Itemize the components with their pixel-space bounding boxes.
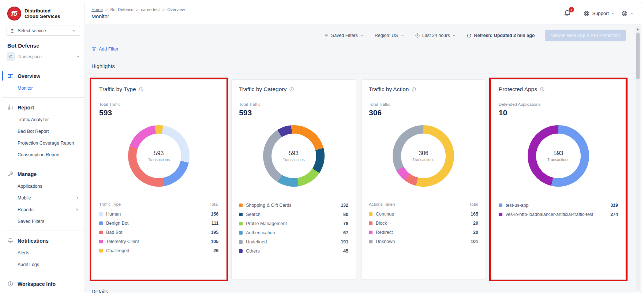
bell-icon [7,238,14,244]
sidebar-item-monitor[interactable]: Monitor [2,82,85,94]
sidebar-item-saved-filters[interactable]: Saved Filters [2,216,85,227]
legend-swatch [99,221,103,225]
donut-center-value: 593 [154,150,164,157]
legend-label: Undefined [246,239,337,244]
sidebar-item-bad-bot-report[interactable]: Bad Bot Report [2,126,85,137]
card-stat: Defended Applications 10 [499,102,618,117]
legend-value: 195 [211,230,218,235]
legend-item[interactable]: Unknown101 [369,237,478,246]
breadcrumb-item[interactable]: carrie-test [141,7,160,12]
sidebar-item-traffic-analyzer[interactable]: Traffic Analyzer [2,114,85,126]
sidebar-item-audit-logs[interactable]: Audit Logs [2,259,85,270]
legend-item[interactable]: ves-io-http-loadbalancer-artificial-traf… [499,210,618,219]
region-dropdown[interactable]: Region: US [375,33,405,38]
chart-legend: test-us-app319ves-io-http-loadbalancer-a… [499,201,618,219]
legend-value: 111 [211,221,218,226]
notification-badge: 1 [569,7,574,12]
legend-item[interactable]: Block20 [369,219,478,228]
vertical-scrollbar[interactable] [636,26,640,291]
highlights-section-header: Highlights [85,58,642,74]
legend-item[interactable]: Profile Management78 [239,219,348,228]
card-title: Traffic by Action [369,86,478,93]
scrollbar-thumb[interactable] [636,33,640,79]
chart-legend: Shopping & Gift Cards132Search80Profile … [239,201,348,255]
donut-chart[interactable]: 593 Transactions [263,125,325,187]
sidebar-item-alerts[interactable]: Alerts [2,247,85,259]
sidebar-item-notifications[interactable]: Notifications [2,234,85,247]
saved-filters-dropdown[interactable]: Saved Filters [324,33,364,38]
card-traffic-by-action: Traffic by Action Total Traffic 306 306 … [361,79,486,279]
sidebar-item-report[interactable]: Report [2,101,85,114]
legend-swatch [369,231,372,234]
notifications-bell-button[interactable]: 1 [564,10,571,17]
legend-item[interactable]: Human156 [99,209,218,219]
legend-item[interactable]: test-us-app319 [499,201,618,210]
refresh-button[interactable]: Refresh: Updated 2 min ago [467,33,535,38]
legend-swatch [369,212,372,216]
sidebar-item-about[interactable]: About [2,290,85,293]
brand-logo: f5 Distributed Cloud Services [2,6,85,23]
legend-swatch [239,213,243,216]
add-filter-button[interactable]: Add Filter [91,46,119,52]
account-menu[interactable] [621,10,634,17]
sidebar-item-overview[interactable]: Overview [2,70,85,82]
donut-chart[interactable]: 593 Transactions [128,125,190,187]
info-icon[interactable] [289,87,294,92]
legend-item[interactable]: Shopping & Gift Cards132 [239,201,348,210]
legend-item[interactable]: Benign Bot111 [99,219,218,228]
donut-center: 593 Transactions [536,134,581,178]
highlights-label: Highlights [91,63,115,69]
legend-swatch [369,221,372,225]
sidebar-item-consumption-report[interactable]: Consumption Report [2,149,85,161]
view-in-waap-button[interactable]: View in Web App & API Protection [545,30,626,41]
info-icon[interactable] [411,87,416,92]
donut-chart[interactable]: 306 Transactions [393,125,454,187]
sidebar: f5 Distributed Cloud Services Select ser… [2,2,85,293]
legend-label: Search [246,212,340,217]
sidebar-item-workspace-info[interactable]: Workspace Info [2,277,85,290]
highlights-cards: Traffic by Type Total Traffic 593 593 Tr… [85,74,642,284]
sidebar-item-manage[interactable]: Manage [2,168,85,180]
legend-swatch [239,240,243,244]
sidebar-item-mobile[interactable]: Mobile [2,192,85,204]
legend-item[interactable]: Search80 [239,210,348,219]
sidebar-item-protection-coverage-report[interactable]: Protection Coverage Report [2,137,85,149]
legend-item[interactable]: Bad Bot195 [99,228,218,237]
support-menu[interactable]: Support [583,10,615,17]
legend-item[interactable]: Undefined191 [239,237,348,246]
time-range-dropdown[interactable]: Last 24 hours [415,33,457,38]
card-protected-apps: Protected Apps Defended Applications 10 … [491,79,626,279]
sidebar-item-label: Overview [18,73,40,79]
legend-swatch [499,203,502,207]
legend-label: Others [246,249,340,254]
sidebar-item-applications[interactable]: Applications [2,180,85,192]
breadcrumb-item[interactable]: Home [91,7,103,12]
legend-item[interactable]: Redirect20 [369,228,478,237]
legend-item[interactable]: Continue165 [369,209,478,219]
donut-center-value: 593 [289,150,299,157]
donut-chart[interactable]: 593 Transactions [528,125,589,187]
breadcrumb-item[interactable]: Bot Defense [110,7,133,12]
legend-label: Block [376,221,470,226]
card-title: Traffic by Category [239,86,348,93]
support-label: Support [592,11,609,16]
legend-item[interactable]: Others45 [239,246,348,255]
namespace-selector[interactable]: C Namespace [7,52,80,61]
card-traffic-by-type: Traffic by Type Total Traffic 593 593 Tr… [91,79,226,279]
donut-center-label: Transactions [148,157,170,162]
legend-swatch [239,222,243,225]
legend-header-left: Actions Taken [369,202,395,206]
sidebar-item-label: Workspace Info [18,281,56,287]
main-area: Home>Bot Defense>carrie-test>Overview Mo… [85,2,642,293]
info-icon[interactable] [540,87,545,92]
sidebar-item-reports[interactable]: Reports [2,204,85,216]
nav-section-report: ReportTraffic AnalyzerBad Bot ReportProt… [2,97,85,164]
donut-chart-wrap: 306 Transactions [369,117,478,195]
legend-item[interactable]: Authentication67 [239,228,348,237]
legend-item[interactable]: Challenged26 [99,246,218,255]
info-icon[interactable] [139,87,144,92]
scroll-up-arrow[interactable] [637,28,639,30]
legend-item[interactable]: Telemetry Client105 [99,237,218,246]
legend-swatch [239,249,243,253]
select-service-dropdown[interactable]: Select service [7,26,80,36]
